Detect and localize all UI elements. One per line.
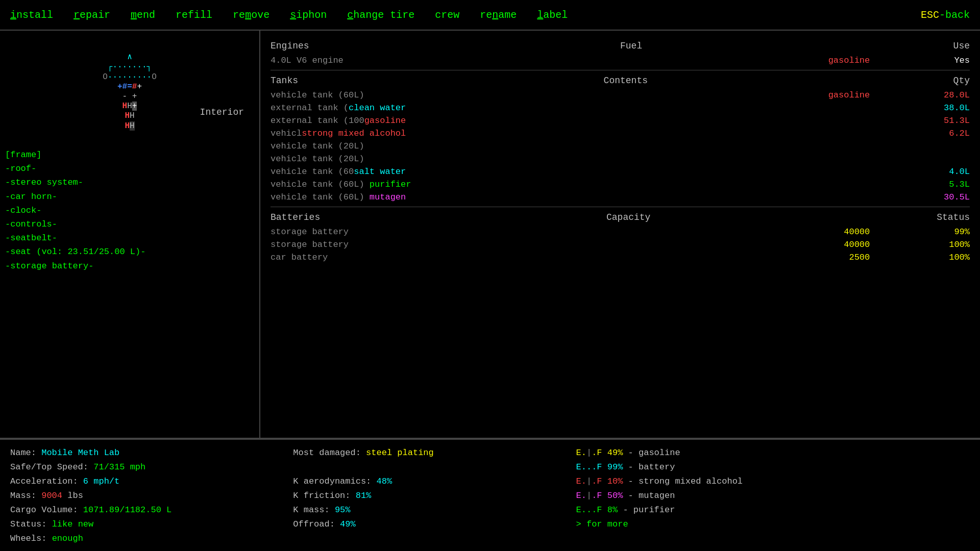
- battery-pct: 99%: [607, 462, 623, 472]
- offroad-label: Offroad:: [293, 519, 335, 529]
- tank-qty-5: [870, 154, 970, 164]
- menu-change-tire[interactable]: change tire: [347, 9, 414, 21]
- mutagen-status-row: E.|.F 50% - mutagen: [576, 489, 970, 503]
- menu-remove[interactable]: remove: [233, 9, 270, 21]
- bottom-mid: Most damaged: steel plating K aerodynami…: [293, 446, 555, 545]
- tank-row-0[interactable]: vehicle tank (60L) gasoline 28.0L: [271, 90, 970, 101]
- speed-label: Safe/Top Speed:: [10, 462, 88, 472]
- left-panel: ∧ ┌·······┐ O·········O +#=#+ - + HH+ HH…: [0, 31, 260, 438]
- tank-name-5: vehicle tank (20L): [271, 154, 670, 164]
- tank-name-6: vehicle tank (60salt water: [271, 167, 830, 177]
- offroad-row: Offroad: 49%: [293, 517, 555, 532]
- parts-list: [frame] -roof- -stereo system- -car horn…: [5, 148, 254, 273]
- battery-row-2[interactable]: car battery 2500 100%: [271, 252, 970, 263]
- purifier-label: - purifier: [623, 505, 675, 515]
- most-damaged-label: Most damaged:: [293, 448, 361, 458]
- batteries-col-status: Status: [937, 212, 970, 222]
- part-horn[interactable]: -car horn-: [5, 190, 254, 204]
- fuel-status: E.|.F: [576, 448, 607, 458]
- tank-row-2[interactable]: external tank (100gasoline 51.3L: [271, 115, 970, 126]
- offroad-value: 49%: [340, 519, 356, 529]
- part-controls[interactable]: -controls-: [5, 217, 254, 231]
- more-label: > for more: [576, 519, 628, 529]
- part-storage-battery[interactable]: -storage battery-: [5, 259, 254, 273]
- alcohol-status-row: E.|.F 10% - strong mixed alcohol: [576, 474, 970, 489]
- tank-name-4: vehicle tank (20L): [271, 141, 670, 151]
- tanks-col-qty: Qty: [953, 76, 970, 86]
- most-damaged-row: Most damaged: steel plating: [293, 446, 555, 460]
- engines-col-fuel: Fuel: [620, 41, 642, 51]
- tank-row-1[interactable]: external tank (clean water 38.0L: [271, 103, 970, 113]
- tank-row-4[interactable]: vehicle tank (20L): [271, 141, 970, 152]
- tanks-col-contents: Contents: [604, 76, 648, 86]
- battery-cap-0: 40000: [670, 227, 870, 237]
- interior-label: Interior: [200, 107, 244, 117]
- battery-status-2: 100%: [870, 253, 970, 262]
- tank-name-8: vehicle tank (60L) mutagen: [271, 192, 830, 202]
- battery-row-0[interactable]: storage battery 40000 99%: [271, 227, 970, 237]
- purifier-e-status: E...F: [576, 505, 607, 515]
- tank-qty-0: 28.0L: [870, 90, 970, 100]
- menu-label[interactable]: label: [537, 9, 568, 21]
- vehicle-name: Mobile Meth Lab: [41, 448, 119, 458]
- cargo-value: 1071.89/1182.50 L: [83, 505, 172, 515]
- battery-name-0: storage battery: [271, 227, 670, 237]
- tank-row-8[interactable]: vehicle tank (60L) mutagen 30.5L: [271, 192, 970, 203]
- k-mass-label: K mass:: [293, 505, 329, 515]
- part-roof[interactable]: -roof-: [5, 162, 254, 176]
- part-frame[interactable]: [frame]: [5, 148, 254, 162]
- tanks-header: Tanks Contents Qty: [271, 76, 970, 86]
- fuel-pct: 49%: [607, 448, 623, 458]
- status-value: like new: [52, 519, 94, 529]
- fuel-status-row: E.|.F 49% - gasoline: [576, 446, 970, 460]
- menu-crew[interactable]: crew: [435, 9, 459, 21]
- battery-name-1: storage battery: [271, 240, 670, 249]
- speed-row: Safe/Top Speed: 71/315 mph: [10, 460, 273, 474]
- part-seatbelt[interactable]: -seatbelt-: [5, 231, 254, 245]
- part-clock[interactable]: -clock-: [5, 204, 254, 217]
- k-aero-label: K aerodynamics:: [293, 477, 371, 486]
- tank-name-7: vehicle tank (60L) purifier: [271, 180, 830, 189]
- menu-refill[interactable]: refill: [176, 9, 212, 21]
- tank-row-3[interactable]: vehiclstrong mixed alcohol 6.2L: [271, 128, 970, 139]
- battery-status-1: 100%: [870, 240, 970, 249]
- tank-qty-3: 6.2L: [830, 129, 970, 138]
- tank-qty-8: 30.5L: [830, 192, 970, 202]
- tank-row-5[interactable]: vehicle tank (20L): [271, 154, 970, 164]
- right-panel: Engines Fuel Use 4.0L V6 engine gasoline…: [260, 31, 980, 438]
- k-mass-value: 95%: [335, 505, 351, 515]
- menu-siphon[interactable]: siphon: [290, 9, 327, 21]
- mass-label: Mass:: [10, 491, 36, 500]
- battery-status-row: E...F 99% - battery: [576, 460, 970, 474]
- menu-repair[interactable]: repair: [74, 9, 110, 21]
- part-stereo[interactable]: -stereo system-: [5, 176, 254, 189]
- wheels-label: Wheels:: [10, 534, 46, 543]
- more-row: > for more: [576, 517, 970, 532]
- speed-value: 71/315 mph: [93, 462, 145, 472]
- batteries-col-capacity: Capacity: [606, 212, 650, 222]
- bottom-right: E.|.F 49% - gasoline E...F 99% - battery…: [576, 446, 970, 545]
- vehicle-name-row: Name: Mobile Meth Lab: [10, 446, 273, 460]
- part-seat[interactable]: -seat (vol: 23.51/25.00 L)-: [5, 245, 254, 259]
- status-row: Status: like new: [10, 517, 273, 532]
- tank-qty-4: [870, 141, 970, 151]
- purifier-status-row: E...F 8% - purifier: [576, 503, 970, 517]
- engine-row-0[interactable]: 4.0L V6 engine gasoline Yes: [271, 55, 970, 66]
- menu-rename[interactable]: rename: [480, 9, 517, 21]
- divider-2: [271, 207, 970, 207]
- mass-row: Mass: 9004 lbs: [10, 489, 273, 503]
- menu-mend[interactable]: mend: [131, 9, 155, 21]
- battery-e-status: E...F: [576, 462, 607, 472]
- menu-install[interactable]: install: [10, 9, 53, 21]
- batteries-header: Batteries Capacity Status: [271, 212, 970, 222]
- menu-esc[interactable]: ESC-back: [921, 9, 970, 21]
- k-aero-value: 48%: [377, 477, 393, 486]
- battery-row-1[interactable]: storage battery 40000 100%: [271, 239, 970, 250]
- tank-row-6[interactable]: vehicle tank (60salt water 4.0L: [271, 166, 970, 177]
- tank-row-7[interactable]: vehicle tank (60L) purifier 5.3L: [271, 179, 970, 190]
- mass-unit: lbs: [67, 491, 83, 500]
- vehicle-ascii-art: ∧ ┌·······┐ O·········O +#=#+ - + HH+ HH…: [103, 53, 157, 131]
- tank-contents-0: gasoline: [670, 90, 870, 100]
- accel-value: 6 mph/t: [83, 477, 119, 486]
- batteries-title: Batteries: [271, 212, 320, 222]
